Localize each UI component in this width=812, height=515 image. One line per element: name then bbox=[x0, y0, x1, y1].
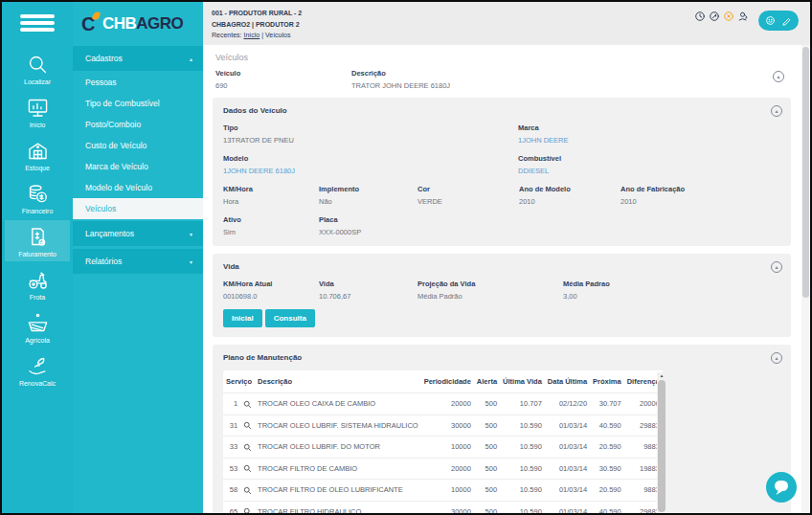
sidebar-item-veiculos[interactable]: Veículos bbox=[73, 198, 203, 219]
field-kmhora: KM/Hora Hora bbox=[223, 185, 319, 206]
rail-item-localizar[interactable]: Localizar bbox=[5, 48, 70, 89]
maintenance-plan-table: Serviço Descrição Periodicidade Alerta Ú… bbox=[223, 370, 663, 513]
rail-item-renovacalc[interactable]: RenovaCalc bbox=[5, 349, 70, 391]
table-row: 65 TROCAR FILTRO HIDRAULICO 30000 500 10… bbox=[223, 501, 663, 513]
section-title: Vida bbox=[223, 262, 780, 271]
search-icon bbox=[26, 53, 50, 77]
rail-item-label: Frota bbox=[30, 294, 45, 301]
sidebar-item-modelo-de-veiculo[interactable]: Modelo de Veículo bbox=[73, 177, 203, 198]
search-icon[interactable] bbox=[243, 486, 252, 495]
company-line: CHBAGRO2 | PRODUTOR 2 bbox=[212, 19, 302, 31]
invoice-icon bbox=[26, 225, 50, 249]
chat-icon bbox=[765, 471, 798, 504]
monitor-chart-icon bbox=[26, 96, 50, 120]
rail-item-label: Financeiro bbox=[22, 208, 54, 214]
brand-mark-icon: C bbox=[81, 13, 99, 34]
breadcrumb: Recentes: Início | Veículos bbox=[212, 30, 302, 41]
field-icon bbox=[26, 311, 50, 335]
search-icon[interactable] bbox=[243, 464, 252, 473]
collapse-icon[interactable]: ▴ bbox=[771, 261, 782, 273]
section-dados-do-veiculo: Dados do Veículo ▴ Tipo 13TRATOR DE PNEU… bbox=[213, 98, 791, 246]
user-actions-pill[interactable] bbox=[758, 11, 799, 31]
table-row: 53 TROCAR FILTRO DE CAMBIO 20000 500 10.… bbox=[223, 458, 663, 480]
top-header-bar: 001 - PRODUTOR RURAL - 2 CHBAGRO2 | PROD… bbox=[203, 2, 810, 45]
search-icon[interactable] bbox=[243, 443, 252, 452]
sidebar-item-pessoas[interactable]: Pessoas bbox=[73, 72, 203, 93]
scrollbar-thumb[interactable] bbox=[802, 47, 809, 298]
pencil-icon[interactable] bbox=[781, 15, 792, 26]
alerts-icon[interactable] bbox=[723, 11, 734, 22]
page-scrollbar[interactable] bbox=[801, 45, 810, 513]
page-content: Veículos Veículo 690 Descrição TRATOR JO… bbox=[203, 45, 810, 513]
producer-line: 001 - PRODUTOR RURAL - 2 bbox=[212, 8, 302, 19]
chevron-down-icon: ▾ bbox=[190, 231, 192, 237]
search-icon[interactable] bbox=[243, 400, 252, 409]
rail-item-financeiro[interactable]: Financeiro bbox=[5, 177, 70, 218]
rail-item-estoque[interactable]: Estoque bbox=[5, 134, 70, 175]
search-icon[interactable] bbox=[243, 507, 252, 513]
field-implemento: Implemento Não bbox=[319, 185, 417, 206]
col-servico: Serviço bbox=[223, 370, 255, 393]
inicial-button[interactable]: Inicial bbox=[223, 309, 262, 327]
clock-icon[interactable] bbox=[694, 11, 706, 22]
col-alerta: Alerta bbox=[474, 370, 500, 393]
brand-agro: AGRO bbox=[136, 14, 183, 33]
rail-item-faturamento[interactable]: Faturamento bbox=[5, 220, 70, 261]
sidebar-item-custo-de-veiculo[interactable]: Custo de Veículo bbox=[73, 135, 203, 156]
table-header-row: Serviço Descrição Periodicidade Alerta Ú… bbox=[223, 370, 663, 393]
veiculo-value: 690 bbox=[215, 81, 351, 90]
recent-current: Veículos bbox=[265, 32, 290, 38]
collapse-icon[interactable]: ▴ bbox=[773, 71, 784, 82]
field-vida: Vida 10.706,67 bbox=[319, 280, 417, 301]
section-title: Plano de Manutenção bbox=[223, 353, 780, 362]
rail-item-label: RenovaCalc bbox=[19, 380, 56, 387]
rail-item-frota[interactable]: Frota bbox=[5, 263, 70, 304]
col-proxima: Próxima bbox=[590, 370, 624, 393]
scroll-up-arrow-icon[interactable]: ▲ bbox=[660, 372, 664, 379]
support-headset-icon[interactable] bbox=[737, 11, 749, 22]
table-row: 31 TROCAR OLEO LUBRIF. SISTEMA HIDRAULIC… bbox=[223, 414, 663, 437]
flame-icon bbox=[92, 11, 101, 21]
collapse-icon[interactable]: ▴ bbox=[771, 105, 782, 117]
collapse-icon[interactable]: ▴ bbox=[771, 352, 782, 364]
chevron-down-icon: ▾ bbox=[190, 258, 192, 265]
chevron-up-icon: ▴ bbox=[190, 56, 192, 62]
recent-link-inicio[interactable]: Início bbox=[243, 32, 259, 38]
menu-section-lancamentos[interactable]: Lançamentos ▾ bbox=[73, 221, 203, 246]
field-marca: Marca 1JOHN DEERE bbox=[518, 123, 780, 145]
field-placa: Placa XXX-0000SP bbox=[319, 215, 417, 236]
vehicle-header-fields: Veículo 690 Descrição TRATOR JOHN DEERE … bbox=[213, 69, 791, 98]
field-combustivel: Combustível DDIESEL bbox=[518, 154, 780, 175]
coins-icon bbox=[26, 182, 50, 206]
chat-bubble-button[interactable] bbox=[765, 471, 798, 504]
brand-chb: CHB bbox=[102, 14, 136, 33]
rail-item-label: Estoque bbox=[25, 165, 50, 171]
rail-item-label: Início bbox=[30, 122, 46, 128]
hamburger-menu-icon[interactable] bbox=[20, 11, 55, 35]
rail-item-agricola[interactable]: Agrícola bbox=[5, 306, 70, 347]
hand-leaf-icon bbox=[26, 354, 50, 378]
consulta-button[interactable]: Consulta bbox=[265, 309, 315, 327]
rail-item-inicio[interactable]: Início bbox=[5, 91, 70, 132]
main-area: 001 - PRODUTOR RURAL - 2 CHBAGRO2 | PROD… bbox=[203, 2, 810, 513]
scrollbar-thumb[interactable] bbox=[658, 380, 665, 512]
table-row: 1 TROCAR OLEO CAIXA DE CAMBIO 20000 500 … bbox=[223, 393, 663, 415]
menu-section-cadastros[interactable]: Cadastros ▴ bbox=[73, 46, 203, 71]
sidebar-item-marca-de-veiculo[interactable]: Marca de Veículo bbox=[73, 156, 203, 177]
search-icon[interactable] bbox=[243, 421, 252, 430]
sidebar-item-posto-comboio[interactable]: Posto/Comboio bbox=[73, 114, 203, 135]
col-ultima-vida: Última Vida bbox=[500, 370, 545, 393]
descricao-value: TRATOR JOHN DEERE 6180J bbox=[351, 81, 773, 90]
sidebar-menu: C CHBAGRO Cadastros ▴ Pessoas Tipo de Co… bbox=[73, 2, 203, 513]
field-tipo: Tipo 13TRATOR DE PNEU bbox=[223, 123, 518, 145]
compass-icon[interactable] bbox=[709, 11, 720, 22]
field-veiculo: Veículo 690 bbox=[215, 69, 351, 90]
sidebar-item-tipo-de-combustivel[interactable]: Tipo de Combustível bbox=[73, 93, 203, 114]
page-title: Veículos bbox=[215, 53, 791, 62]
menu-section-relatorios[interactable]: Relatórios ▾ bbox=[73, 249, 203, 274]
field-descricao: Descrição TRATOR JOHN DEERE 6180J bbox=[351, 69, 773, 90]
rail-item-label: Agrícola bbox=[25, 337, 50, 344]
user-face-icon[interactable] bbox=[765, 15, 776, 26]
section-title: Dados do Veículo bbox=[223, 106, 780, 115]
table-scrollbar[interactable]: ▲ ▼ bbox=[657, 372, 666, 513]
